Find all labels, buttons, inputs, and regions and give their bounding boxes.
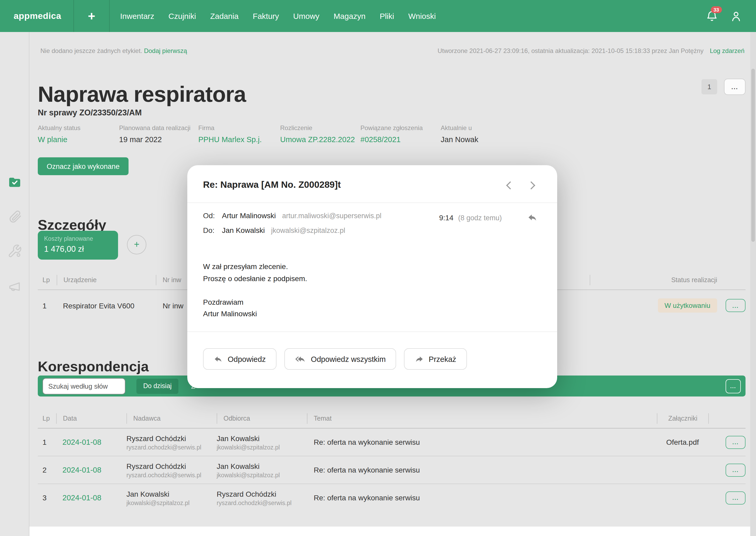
scrollbar-thumb[interactable] [751, 69, 755, 242]
mail-attachment[interactable]: Oferta.pdf [657, 438, 708, 446]
mail-recipient: Ryszard Ochódzki ryszard.ochodzki@serwis… [217, 489, 307, 506]
to-row: Do: Jan Kowalski jkowalski@szpitalzoz.pl [203, 226, 381, 241]
nav-item-faktury[interactable]: Faktury [253, 12, 279, 20]
col-date: Data [56, 413, 126, 424]
col-device: Urządzenie [57, 275, 156, 285]
reply-all-label: Odpowiedz wszystkim [311, 355, 386, 363]
email-modal: Re: Naprawa [AM No. Z000289]t Od: Artur … [187, 165, 557, 388]
forward-button[interactable]: Przekaż [404, 348, 467, 370]
nav-item-umowy[interactable]: Umowy [293, 12, 320, 20]
mark-done-button[interactable]: Oznacz jako wykonane [38, 157, 128, 175]
user-menu-button[interactable] [730, 10, 742, 22]
nav-item-zadania[interactable]: Zadania [210, 12, 238, 20]
add-first-label-link[interactable]: Dodaj pierwszą [144, 47, 187, 54]
col-lp: Lp [38, 413, 56, 424]
mail-date[interactable]: 2024-01-08 [56, 493, 126, 502]
labels-empty-row: Nie dodano jeszcze żadnych etykiet. Doda… [40, 47, 187, 54]
field-value-ticket-link[interactable]: #0258/2021 [361, 135, 435, 144]
to-email: jkowalski@szpitalzoz.pl [271, 226, 345, 234]
col-actions [720, 275, 745, 285]
body-line: Proszę o odesłanie z podpisem. [203, 273, 307, 284]
mail-actions-cell: ... [708, 491, 745, 504]
rail-item-announcements[interactable] [7, 280, 22, 294]
rail-item-service[interactable] [7, 244, 22, 258]
create-new-button[interactable]: + [73, 0, 110, 32]
notification-count-badge: 33 [711, 6, 722, 13]
mail-more-button[interactable]: ... [726, 491, 745, 504]
page-title: Naprawa respiratora [38, 82, 246, 107]
nav-item-wnioski[interactable]: Wnioski [408, 12, 436, 20]
field-value-status: W planie [38, 135, 114, 144]
body-line: Artur Malinowski [203, 308, 307, 320]
app-logo[interactable]: appmedica [0, 11, 73, 21]
field-label: Firma [198, 124, 275, 132]
mail-more-button[interactable]: ... [726, 436, 745, 449]
reply-all-button[interactable]: Odpowiedz wszystkim [284, 348, 396, 370]
reply-button[interactable]: Odpowiedz [203, 348, 276, 370]
field-planned-date: Planowana data realizacji 19 mar 2022 [119, 124, 198, 144]
planned-costs-card[interactable]: Koszty planowane 1 476,00 zł [38, 231, 118, 260]
recipient-name: Jan Kowalski [217, 462, 307, 470]
filter-more-button[interactable]: ... [726, 379, 741, 393]
modal-divider [187, 331, 557, 332]
col-lp: Lp [38, 275, 57, 285]
next-email-button[interactable] [526, 180, 536, 190]
field-label: Rozliczenie [280, 124, 355, 132]
modal-divider [187, 202, 557, 203]
mail-row[interactable]: 3 2024-01-08 Jan Kowalski jkowalski@szpi… [38, 484, 745, 511]
notifications-button[interactable]: 33 [705, 10, 718, 22]
field-value-planned-date: 19 mar 2022 [119, 135, 193, 144]
summary-fields: Aktualny status W planie Planowana data … [38, 124, 483, 144]
device-lp: 1 [38, 301, 57, 310]
plus-icon: + [88, 10, 95, 22]
recipient-name: Jan Kowalski [217, 434, 307, 442]
top-nav: appmedica + Inwentarz Czujniki Zadania F… [0, 0, 756, 32]
add-cost-button[interactable]: + [127, 235, 146, 254]
field-label: Aktualny status [38, 124, 114, 132]
rail-item-attachments[interactable] [7, 209, 22, 224]
mail-sender: Ryszard Ochódzki ryszard.ochodzki@serwis… [126, 462, 217, 478]
mail-actions-cell: ... [708, 463, 745, 477]
case-number: Nr sprawy ZO/23350/23/AM [38, 108, 142, 117]
mail-row[interactable]: 2 2024-01-08 Ryszard Ochódzki ryszard.oc… [38, 456, 745, 484]
body-line: W zał przesyłam zlecenie. [203, 261, 307, 273]
title-more-button[interactable]: ... [724, 79, 745, 95]
search-input[interactable] [43, 378, 125, 394]
field-value-company-link[interactable]: PPHU Marlex Sp.j. [198, 135, 275, 144]
rail-item-tasks[interactable] [7, 175, 22, 189]
from-label: Od: [203, 211, 222, 220]
audit-text: Utworzone 2021-06-27 23:09:16, ostatnia … [437, 47, 704, 54]
scrollbar-track[interactable] [750, 32, 756, 536]
device-actions-cell: ... [720, 299, 745, 312]
labels-empty-text: Nie dodano jeszcze żadnych etykiet. [40, 47, 142, 54]
nav-item-pliki[interactable]: Pliki [380, 12, 394, 20]
to-label: Do: [203, 226, 222, 234]
sender-email: ryszard.ochodzki@serwis.pl [126, 444, 217, 450]
mail-date[interactable]: 2024-01-08 [56, 466, 126, 474]
device-more-button[interactable]: ... [726, 299, 745, 312]
field-label: Aktualnie u [441, 124, 478, 132]
recipient-email: jkowalski@szpitalzoz.pl [217, 444, 307, 450]
user-icon [730, 10, 742, 22]
previous-email-button[interactable] [505, 180, 515, 190]
time-value: 9:14 [439, 214, 454, 222]
from-name: Artur Malinowski [222, 211, 276, 220]
field-value-contract-link[interactable]: Umowa ZP.2282.2022 [280, 135, 355, 144]
mail-row[interactable]: 1 2024-01-08 Ryszard Ochódzki ryszard.oc… [38, 428, 745, 456]
sender-email: jkowalski@szpitalzoz.pl [126, 500, 217, 506]
event-log-link[interactable]: Log zdarzeń [710, 47, 744, 54]
time-ago: (8 godz temu) [458, 214, 502, 222]
filter-today-button[interactable]: Do dzisiaj [136, 378, 178, 394]
field-settlement: Rozliczenie Umowa ZP.2282.2022 [280, 124, 361, 144]
nav-item-magazyn[interactable]: Magazyn [334, 12, 366, 20]
col-subject: Temat [307, 413, 657, 424]
forward-icon [414, 355, 424, 363]
mail-more-button[interactable]: ... [726, 463, 745, 477]
nav-item-czujniki[interactable]: Czujniki [168, 12, 196, 20]
device-name: Respirator Evita V600 [57, 301, 156, 310]
chevron-right-icon [527, 181, 535, 189]
mail-date[interactable]: 2024-01-08 [56, 438, 126, 446]
paperclip-icon [7, 209, 22, 224]
nav-item-inwentarz[interactable]: Inwentarz [120, 12, 154, 20]
bottom-strip [29, 526, 756, 536]
